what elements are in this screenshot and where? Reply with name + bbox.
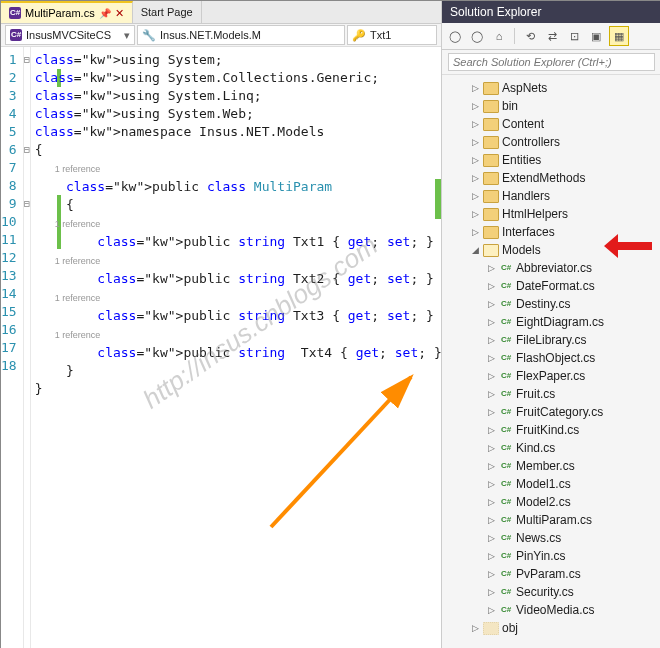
scroll-marker bbox=[435, 179, 441, 219]
search-input[interactable] bbox=[448, 53, 655, 71]
sync-icon[interactable]: ⟲ bbox=[521, 27, 539, 45]
tree-file[interactable]: ▷Security.cs bbox=[442, 583, 660, 601]
tree-file[interactable]: ▷PinYin.cs bbox=[442, 547, 660, 565]
namespace-combo[interactable]: 🔧 Insus.NET.Models.M bbox=[137, 25, 345, 45]
folder-icon bbox=[483, 172, 499, 185]
expand-icon[interactable]: ▷ bbox=[470, 151, 480, 169]
tree-file[interactable]: ▷News.cs bbox=[442, 529, 660, 547]
tree-folder[interactable]: ▷Controllers bbox=[442, 133, 660, 151]
tree-file[interactable]: ▷Kind.cs bbox=[442, 439, 660, 457]
expand-icon[interactable]: ▷ bbox=[486, 313, 496, 331]
solution-search bbox=[442, 50, 660, 75]
csharp-file-icon bbox=[499, 441, 513, 455]
expand-icon[interactable]: ▷ bbox=[486, 475, 496, 493]
tree-file[interactable]: ▷FileLibrary.cs bbox=[442, 331, 660, 349]
folder-icon bbox=[483, 100, 499, 113]
file-label: Model1.cs bbox=[516, 475, 571, 493]
tree-file[interactable]: ▷PvParam.cs bbox=[442, 565, 660, 583]
expand-icon[interactable]: ▷ bbox=[486, 511, 496, 529]
expand-icon[interactable]: ▷ bbox=[486, 331, 496, 349]
expand-icon[interactable]: ▷ bbox=[486, 277, 496, 295]
pin-icon[interactable]: 📌 bbox=[99, 8, 111, 19]
expand-icon[interactable]: ▷ bbox=[486, 349, 496, 367]
file-label: FlashObject.cs bbox=[516, 349, 595, 367]
tree-file[interactable]: ▷Fruit.cs bbox=[442, 385, 660, 403]
collapse-icon[interactable]: ◢ bbox=[470, 241, 480, 259]
tree-folder[interactable]: ▷ExtendMethods bbox=[442, 169, 660, 187]
tree-folder-models[interactable]: ◢Models bbox=[442, 241, 660, 259]
expand-icon[interactable]: ▷ bbox=[486, 565, 496, 583]
code-editor[interactable]: 123456789101112131415161718 ⊟⊟⊟ class="k… bbox=[1, 47, 441, 648]
tree-folder[interactable]: ▷obj bbox=[442, 619, 660, 637]
tree-folder[interactable]: ▷Entities bbox=[442, 151, 660, 169]
tree-folder[interactable]: ▷Interfaces bbox=[442, 223, 660, 241]
tree-folder[interactable]: ▷Content bbox=[442, 115, 660, 133]
expand-icon[interactable]: ▷ bbox=[486, 529, 496, 547]
expand-icon[interactable]: ▷ bbox=[470, 79, 480, 97]
tree-file[interactable]: ▷Abbreviator.cs bbox=[442, 259, 660, 277]
csharp-file-icon bbox=[499, 423, 513, 437]
tree-file[interactable]: ▷EightDiagram.cs bbox=[442, 313, 660, 331]
tree-folder[interactable]: ▷Handlers bbox=[442, 187, 660, 205]
file-label: News.cs bbox=[516, 529, 561, 547]
tree-folder[interactable]: ▷HtmlHelpers bbox=[442, 205, 660, 223]
refresh-icon[interactable]: ⇄ bbox=[543, 27, 561, 45]
expand-icon[interactable]: ▷ bbox=[470, 205, 480, 223]
folder-icon bbox=[483, 622, 499, 635]
close-icon[interactable]: ✕ bbox=[115, 7, 124, 20]
expand-icon[interactable]: ▷ bbox=[470, 187, 480, 205]
csharp-file-icon bbox=[499, 333, 513, 347]
tree-file[interactable]: ▷VideoMedia.cs bbox=[442, 601, 660, 619]
expand-icon[interactable]: ▷ bbox=[470, 169, 480, 187]
expand-icon[interactable]: ▷ bbox=[486, 367, 496, 385]
code-area[interactable]: class="kw">using System;class="kw">using… bbox=[31, 47, 441, 648]
tree-file[interactable]: ▷FlashObject.cs bbox=[442, 349, 660, 367]
tree-file[interactable]: ▷DateFormat.cs bbox=[442, 277, 660, 295]
tree-folder[interactable]: ▷bin bbox=[442, 97, 660, 115]
solution-tree[interactable]: ▷AspNets▷bin▷Content▷Controllers▷Entitie… bbox=[442, 75, 660, 648]
expand-icon[interactable]: ▷ bbox=[486, 439, 496, 457]
expand-icon[interactable]: ▷ bbox=[486, 259, 496, 277]
expand-icon[interactable]: ▷ bbox=[486, 547, 496, 565]
expand-icon[interactable]: ▷ bbox=[486, 457, 496, 475]
expand-icon[interactable]: ▷ bbox=[486, 583, 496, 601]
project-combo[interactable]: InsusMVCSiteCS ▾ bbox=[5, 25, 135, 45]
expand-icon[interactable]: ▷ bbox=[486, 295, 496, 313]
tree-file[interactable]: ▷FruitCategory.cs bbox=[442, 403, 660, 421]
forward-icon[interactable]: ◯ bbox=[468, 27, 486, 45]
expand-icon[interactable]: ▷ bbox=[470, 223, 480, 241]
tree-file[interactable]: ▷Model2.cs bbox=[442, 493, 660, 511]
member-combo[interactable]: 🔑 Txt1 bbox=[347, 25, 437, 45]
folder-icon bbox=[483, 208, 499, 221]
expand-icon[interactable]: ▷ bbox=[470, 115, 480, 133]
expand-icon[interactable]: ▷ bbox=[486, 385, 496, 403]
expand-icon[interactable]: ▷ bbox=[486, 601, 496, 619]
tree-folder[interactable]: ▷AspNets bbox=[442, 79, 660, 97]
expand-icon[interactable]: ▷ bbox=[470, 133, 480, 151]
expand-icon[interactable]: ▷ bbox=[486, 493, 496, 511]
show-all-icon[interactable]: ▣ bbox=[587, 27, 605, 45]
tree-file[interactable]: ▷Model1.cs bbox=[442, 475, 660, 493]
fold-gutter[interactable]: ⊟⊟⊟ bbox=[24, 47, 31, 648]
collapse-icon[interactable]: ⊡ bbox=[565, 27, 583, 45]
tree-file[interactable]: ▷FlexPaper.cs bbox=[442, 367, 660, 385]
folder-label: Models bbox=[502, 241, 541, 259]
tree-file[interactable]: ▷Destiny.cs bbox=[442, 295, 660, 313]
csharp-file-icon bbox=[499, 351, 513, 365]
expand-icon[interactable]: ▷ bbox=[470, 97, 480, 115]
csharp-file-icon bbox=[499, 261, 513, 275]
file-label: Fruit.cs bbox=[516, 385, 555, 403]
back-icon[interactable]: ◯ bbox=[446, 27, 464, 45]
expand-icon[interactable]: ▷ bbox=[470, 619, 480, 637]
tab-start-page[interactable]: Start Page bbox=[133, 1, 202, 23]
line-numbers: 123456789101112131415161718 bbox=[1, 47, 24, 648]
tab-multiparam[interactable]: MultiParam.cs 📌 ✕ bbox=[1, 1, 133, 23]
properties-icon[interactable]: ▦ bbox=[609, 26, 629, 46]
expand-icon[interactable]: ▷ bbox=[486, 403, 496, 421]
expand-icon[interactable]: ▷ bbox=[486, 421, 496, 439]
file-label: Model2.cs bbox=[516, 493, 571, 511]
tree-file[interactable]: ▷MultiParam.cs bbox=[442, 511, 660, 529]
tree-file[interactable]: ▷FruitKind.cs bbox=[442, 421, 660, 439]
tree-file[interactable]: ▷Member.cs bbox=[442, 457, 660, 475]
home-icon[interactable]: ⌂ bbox=[490, 27, 508, 45]
